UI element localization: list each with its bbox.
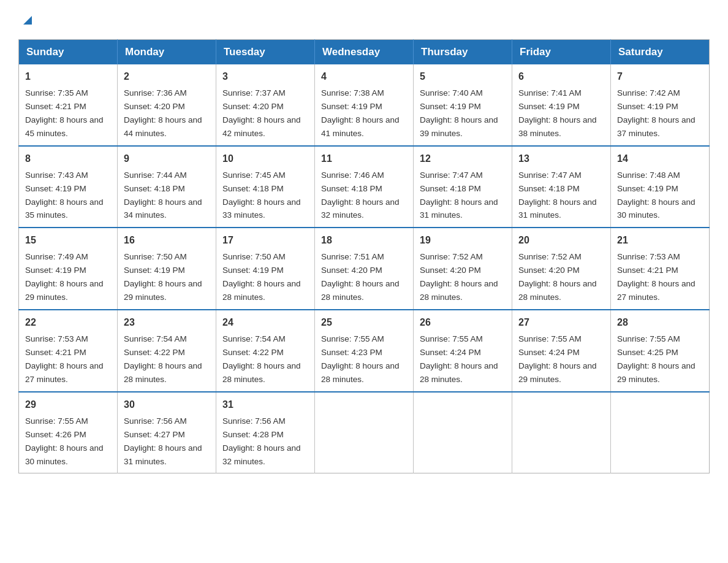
calendar-cell: 2 Sunrise: 7:36 AMSunset: 4:20 PMDayligh… xyxy=(118,64,216,146)
calendar-cell xyxy=(315,392,414,473)
day-info: Sunrise: 7:55 AMSunset: 4:24 PMDaylight:… xyxy=(518,334,597,384)
calendar-cell: 19 Sunrise: 7:52 AMSunset: 4:20 PMDaylig… xyxy=(414,228,512,310)
calendar-cell: 22 Sunrise: 7:53 AMSunset: 4:21 PMDaylig… xyxy=(19,310,118,392)
calendar-cell: 1 Sunrise: 7:35 AMSunset: 4:21 PMDayligh… xyxy=(19,64,118,146)
calendar-week-row-4: 22 Sunrise: 7:53 AMSunset: 4:21 PMDaylig… xyxy=(19,310,710,392)
day-info: Sunrise: 7:37 AMSunset: 4:20 PMDaylight:… xyxy=(222,88,301,138)
calendar-cell: 15 Sunrise: 7:49 AMSunset: 4:19 PMDaylig… xyxy=(19,228,118,310)
day-number: 8 xyxy=(25,151,111,166)
day-number: 1 xyxy=(25,69,111,84)
page-header xyxy=(18,12,710,27)
day-info: Sunrise: 7:47 AMSunset: 4:18 PMDaylight:… xyxy=(518,170,597,220)
day-info: Sunrise: 7:45 AMSunset: 4:18 PMDaylight:… xyxy=(222,170,301,220)
calendar-cell: 28 Sunrise: 7:55 AMSunset: 4:25 PMDaylig… xyxy=(611,310,710,392)
day-info: Sunrise: 7:42 AMSunset: 4:19 PMDaylight:… xyxy=(617,88,696,138)
calendar-day-header-thursday: Thursday xyxy=(414,40,512,65)
day-number: 27 xyxy=(518,315,604,330)
calendar-cell: 30 Sunrise: 7:56 AMSunset: 4:27 PMDaylig… xyxy=(118,392,216,473)
day-info: Sunrise: 7:56 AMSunset: 4:28 PMDaylight:… xyxy=(222,416,301,466)
calendar-day-header-sunday: Sunday xyxy=(19,40,118,65)
day-number: 10 xyxy=(222,151,308,166)
calendar-cell: 14 Sunrise: 7:48 AMSunset: 4:19 PMDaylig… xyxy=(611,146,710,228)
day-number: 12 xyxy=(420,151,506,166)
day-number: 11 xyxy=(321,151,407,166)
calendar-cell xyxy=(512,392,611,473)
day-info: Sunrise: 7:44 AMSunset: 4:18 PMDaylight:… xyxy=(124,170,202,220)
logo xyxy=(18,12,34,27)
calendar-day-header-tuesday: Tuesday xyxy=(216,40,315,65)
calendar-cell: 31 Sunrise: 7:56 AMSunset: 4:28 PMDaylig… xyxy=(216,392,315,473)
day-info: Sunrise: 7:55 AMSunset: 4:24 PMDaylight:… xyxy=(420,334,498,384)
calendar-cell: 27 Sunrise: 7:55 AMSunset: 4:24 PMDaylig… xyxy=(512,310,611,392)
day-info: Sunrise: 7:52 AMSunset: 4:20 PMDaylight:… xyxy=(420,252,498,302)
day-number: 31 xyxy=(222,397,308,412)
day-info: Sunrise: 7:54 AMSunset: 4:22 PMDaylight:… xyxy=(124,334,202,384)
day-number: 4 xyxy=(321,69,407,84)
calendar-cell: 23 Sunrise: 7:54 AMSunset: 4:22 PMDaylig… xyxy=(118,310,216,392)
calendar-cell xyxy=(611,392,710,473)
day-info: Sunrise: 7:48 AMSunset: 4:19 PMDaylight:… xyxy=(617,170,696,220)
calendar-week-row-2: 8 Sunrise: 7:43 AMSunset: 4:19 PMDayligh… xyxy=(19,146,710,228)
day-number: 21 xyxy=(617,233,703,248)
day-number: 30 xyxy=(124,397,210,412)
day-info: Sunrise: 7:49 AMSunset: 4:19 PMDaylight:… xyxy=(25,252,104,302)
day-info: Sunrise: 7:50 AMSunset: 4:19 PMDaylight:… xyxy=(124,252,202,302)
calendar-week-row-1: 1 Sunrise: 7:35 AMSunset: 4:21 PMDayligh… xyxy=(19,64,710,146)
calendar-cell: 25 Sunrise: 7:55 AMSunset: 4:23 PMDaylig… xyxy=(315,310,414,392)
calendar-cell: 5 Sunrise: 7:40 AMSunset: 4:19 PMDayligh… xyxy=(414,64,512,146)
day-info: Sunrise: 7:40 AMSunset: 4:19 PMDaylight:… xyxy=(420,88,498,138)
calendar-cell: 29 Sunrise: 7:55 AMSunset: 4:26 PMDaylig… xyxy=(19,392,118,473)
calendar-cell: 8 Sunrise: 7:43 AMSunset: 4:19 PMDayligh… xyxy=(19,146,118,228)
day-info: Sunrise: 7:51 AMSunset: 4:20 PMDaylight:… xyxy=(321,252,400,302)
day-number: 14 xyxy=(617,151,703,166)
day-number: 25 xyxy=(321,315,407,330)
calendar-cell: 7 Sunrise: 7:42 AMSunset: 4:19 PMDayligh… xyxy=(611,64,710,146)
calendar-day-header-wednesday: Wednesday xyxy=(315,40,414,65)
svg-marker-0 xyxy=(23,16,32,25)
day-info: Sunrise: 7:47 AMSunset: 4:18 PMDaylight:… xyxy=(420,170,498,220)
day-number: 15 xyxy=(25,233,111,248)
day-info: Sunrise: 7:53 AMSunset: 4:21 PMDaylight:… xyxy=(25,334,104,384)
day-number: 29 xyxy=(25,397,111,412)
day-info: Sunrise: 7:35 AMSunset: 4:21 PMDaylight:… xyxy=(25,88,104,138)
day-number: 28 xyxy=(617,315,703,330)
day-info: Sunrise: 7:43 AMSunset: 4:19 PMDaylight:… xyxy=(25,170,104,220)
day-number: 2 xyxy=(124,69,210,84)
calendar-cell: 24 Sunrise: 7:54 AMSunset: 4:22 PMDaylig… xyxy=(216,310,315,392)
calendar-week-row-5: 29 Sunrise: 7:55 AMSunset: 4:26 PMDaylig… xyxy=(19,392,710,473)
calendar-day-header-monday: Monday xyxy=(118,40,216,65)
day-number: 6 xyxy=(518,69,604,84)
calendar-cell: 9 Sunrise: 7:44 AMSunset: 4:18 PMDayligh… xyxy=(118,146,216,228)
calendar-cell: 26 Sunrise: 7:55 AMSunset: 4:24 PMDaylig… xyxy=(414,310,512,392)
day-number: 7 xyxy=(617,69,703,84)
day-number: 3 xyxy=(222,69,308,84)
calendar-cell: 16 Sunrise: 7:50 AMSunset: 4:19 PMDaylig… xyxy=(118,228,216,310)
calendar-cell: 18 Sunrise: 7:51 AMSunset: 4:20 PMDaylig… xyxy=(315,228,414,310)
calendar-cell xyxy=(414,392,512,473)
calendar-cell: 4 Sunrise: 7:38 AMSunset: 4:19 PMDayligh… xyxy=(315,64,414,146)
day-info: Sunrise: 7:52 AMSunset: 4:20 PMDaylight:… xyxy=(518,252,597,302)
logo-triangle-icon xyxy=(21,13,34,27)
day-info: Sunrise: 7:56 AMSunset: 4:27 PMDaylight:… xyxy=(124,416,202,466)
day-info: Sunrise: 7:53 AMSunset: 4:21 PMDaylight:… xyxy=(617,252,696,302)
day-info: Sunrise: 7:46 AMSunset: 4:18 PMDaylight:… xyxy=(321,170,400,220)
day-info: Sunrise: 7:54 AMSunset: 4:22 PMDaylight:… xyxy=(222,334,301,384)
day-number: 13 xyxy=(518,151,604,166)
day-number: 16 xyxy=(124,233,210,248)
day-number: 17 xyxy=(222,233,308,248)
calendar-cell: 17 Sunrise: 7:50 AMSunset: 4:19 PMDaylig… xyxy=(216,228,315,310)
calendar-cell: 21 Sunrise: 7:53 AMSunset: 4:21 PMDaylig… xyxy=(611,228,710,310)
day-number: 18 xyxy=(321,233,407,248)
calendar-day-header-saturday: Saturday xyxy=(611,40,710,65)
calendar-table: SundayMondayTuesdayWednesdayThursdayFrid… xyxy=(18,39,710,473)
day-number: 20 xyxy=(518,233,604,248)
calendar-day-header-friday: Friday xyxy=(512,40,611,65)
calendar-cell: 12 Sunrise: 7:47 AMSunset: 4:18 PMDaylig… xyxy=(414,146,512,228)
calendar-cell: 6 Sunrise: 7:41 AMSunset: 4:19 PMDayligh… xyxy=(512,64,611,146)
calendar-header-row: SundayMondayTuesdayWednesdayThursdayFrid… xyxy=(19,40,710,65)
day-number: 26 xyxy=(420,315,506,330)
calendar-week-row-3: 15 Sunrise: 7:49 AMSunset: 4:19 PMDaylig… xyxy=(19,228,710,310)
calendar-cell: 20 Sunrise: 7:52 AMSunset: 4:20 PMDaylig… xyxy=(512,228,611,310)
day-info: Sunrise: 7:36 AMSunset: 4:20 PMDaylight:… xyxy=(124,88,202,138)
day-number: 22 xyxy=(25,315,111,330)
